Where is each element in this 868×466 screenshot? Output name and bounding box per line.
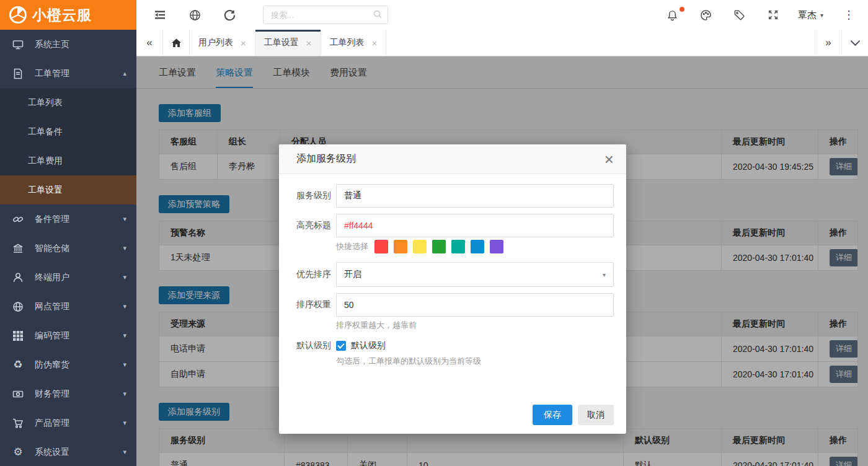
sidebar-item-product-mgmt[interactable]: 产品管理 ▾ xyxy=(0,408,136,437)
refresh-icon[interactable] xyxy=(223,9,236,21)
default-level-checkbox[interactable] xyxy=(336,341,346,351)
close-icon[interactable]: × xyxy=(306,38,312,48)
sidebar-toggle-icon[interactable] xyxy=(154,9,166,21)
sub-item-label: 工单列表 xyxy=(28,97,63,108)
grid-icon xyxy=(12,330,24,341)
caret-down-icon: ▾ xyxy=(123,390,126,398)
brand-name: 小橙云服 xyxy=(32,6,92,25)
modal-title: 添加服务级别 xyxy=(296,152,356,165)
search-input[interactable] xyxy=(263,6,388,24)
caret-down-icon: ▾ xyxy=(603,271,606,278)
caret-up-icon: ▴ xyxy=(123,69,126,77)
close-icon[interactable]: × xyxy=(241,38,246,48)
caret-down-icon: ▾ xyxy=(123,361,126,369)
service-level-input[interactable] xyxy=(336,184,614,208)
color-swatch[interactable] xyxy=(374,240,388,253)
notification-bell-icon[interactable] xyxy=(666,9,679,21)
sidebar-item-work-order-list[interactable]: 工单列表 xyxy=(0,88,136,117)
caret-down-icon: ▾ xyxy=(123,302,126,310)
color-swatch[interactable] xyxy=(394,240,407,253)
sidebar-item-work-order-fees[interactable]: 工单费用 xyxy=(0,146,136,175)
default-level-hint: 勾选后，工单报单的默认级别为当前等级 xyxy=(336,356,614,367)
sub-item-label: 工单设置 xyxy=(28,185,63,196)
link-icon xyxy=(12,214,24,225)
sidebar-item-label: 编码管理 xyxy=(35,330,69,341)
sidebar-nav: 系统主页 工单管理 ▴ 工单列表 工单备件 工单费用 工单设置 备件管理 ▾ 智… xyxy=(0,30,136,466)
highlight-title-input[interactable] xyxy=(336,214,614,237)
sidebar-item-code-mgmt[interactable]: 编码管理 ▾ xyxy=(0,321,136,350)
cancel-button[interactable]: 取消 xyxy=(578,405,614,425)
sidebar-item-finance-mgmt[interactable]: 财务管理 ▾ xyxy=(0,379,136,408)
caret-down-icon: ▾ xyxy=(820,12,823,19)
orange-logo-icon xyxy=(9,6,27,24)
sidebar-item-work-order-mgmt[interactable]: 工单管理 ▴ xyxy=(0,59,136,88)
sidebar-item-label: 智能仓储 xyxy=(35,243,69,254)
user-icon xyxy=(12,272,24,283)
caret-down-icon: ▾ xyxy=(123,273,126,281)
gear-icon: ⚙ xyxy=(12,447,24,458)
fullscreen-icon[interactable] xyxy=(767,9,779,21)
sidebar-item-work-order-settings[interactable]: 工单设置 xyxy=(0,175,136,204)
tab-label: 工单设置 xyxy=(264,37,299,48)
modal-body: 服务级别 高亮标题 快捷选择 优先排序 开启 ▾ 排序权重 排序权重越大，越靠前 xyxy=(279,174,626,405)
user-menu[interactable]: 覃杰 ▾ xyxy=(798,9,823,21)
sidebar-item-anti-fake[interactable]: ♻ 防伪窜货 ▾ xyxy=(0,350,136,379)
sidebar-item-system-settings[interactable]: ⚙ 系统设置 ▾ xyxy=(0,437,136,466)
notification-dot xyxy=(680,7,684,12)
close-icon[interactable]: × xyxy=(372,38,378,48)
document-icon xyxy=(12,68,24,79)
sidebar-item-smart-warehouse[interactable]: 智能仓储 ▾ xyxy=(0,234,136,263)
sidebar-item-end-users[interactable]: 终端用户 ▾ xyxy=(0,263,136,292)
sidebar-item-work-order-parts[interactable]: 工单备件 xyxy=(0,117,136,146)
tab-user-list[interactable]: 用户列表 × xyxy=(190,30,255,56)
home-tab[interactable] xyxy=(163,30,190,56)
priority-sort-select[interactable]: 开启 ▾ xyxy=(336,262,614,287)
highlight-title-label: 高亮标题 xyxy=(296,220,336,231)
tabs-menu-button[interactable] xyxy=(841,30,868,56)
tab-label: 工单列表 xyxy=(330,37,365,48)
caret-down-icon: ▾ xyxy=(123,244,126,252)
tab-work-order-list[interactable]: 工单列表 × xyxy=(321,30,387,56)
sidebar: 小橙云服 系统主页 工单管理 ▴ 工单列表 工单备件 工单费用 工单设置 备件管… xyxy=(0,0,136,466)
language-globe-icon[interactable] xyxy=(188,9,201,21)
more-options-icon[interactable]: ⋮ xyxy=(839,8,858,22)
color-swatch[interactable] xyxy=(451,240,465,253)
topbar: 覃杰 ▾ ⋮ xyxy=(136,0,868,30)
sidebar-item-network-mgmt[interactable]: 网点管理 ▾ xyxy=(0,292,136,321)
priority-sort-label: 优先排序 xyxy=(296,269,336,280)
caret-down-icon: ▾ xyxy=(123,215,126,223)
caret-down-icon: ▾ xyxy=(123,448,126,456)
theme-palette-icon[interactable] xyxy=(700,9,712,21)
tab-work-order-settings[interactable]: 工单设置 × xyxy=(255,30,321,56)
tabbar: « 用户列表 × 工单设置 × 工单列表 × » xyxy=(136,30,868,56)
color-swatch[interactable] xyxy=(413,240,427,253)
sort-weight-label: 排序权重 xyxy=(296,299,336,310)
sub-item-label: 工单备件 xyxy=(28,126,63,138)
save-button[interactable]: 保存 xyxy=(533,405,572,425)
default-level-checkbox-label: 默认级别 xyxy=(351,340,386,351)
sidebar-item-system-home[interactable]: 系统主页 xyxy=(0,30,136,59)
username: 覃杰 xyxy=(798,9,817,21)
close-icon[interactable]: × xyxy=(604,151,614,167)
color-swatch[interactable] xyxy=(490,240,503,253)
tag-icon[interactable] xyxy=(733,9,746,21)
cart-icon xyxy=(12,418,24,429)
sidebar-item-parts-mgmt[interactable]: 备件管理 ▾ xyxy=(0,204,136,234)
sidebar-item-label: 工单管理 xyxy=(35,68,69,79)
brand-logo: 小橙云服 xyxy=(0,0,136,30)
sidebar-item-label: 产品管理 xyxy=(35,418,69,429)
sort-weight-input[interactable] xyxy=(336,293,614,317)
work-order-submenu: 工单列表 工单备件 工单费用 工单设置 xyxy=(0,88,136,204)
color-swatch[interactable] xyxy=(471,240,484,253)
service-level-label: 服务级别 xyxy=(296,190,336,201)
color-swatch[interactable] xyxy=(432,240,446,253)
sort-weight-hint: 排序权重越大，越靠前 xyxy=(336,320,614,331)
sidebar-item-label: 防伪窜货 xyxy=(35,359,69,371)
sidebar-item-label: 财务管理 xyxy=(35,389,69,400)
modal-footer: 保存 取消 xyxy=(279,405,626,434)
tabs-scroll-left-button[interactable]: « xyxy=(136,30,163,56)
monitor-icon xyxy=(12,39,24,50)
money-icon xyxy=(12,389,24,400)
warehouse-icon xyxy=(12,243,24,254)
tabs-scroll-right-button[interactable]: » xyxy=(815,30,841,56)
